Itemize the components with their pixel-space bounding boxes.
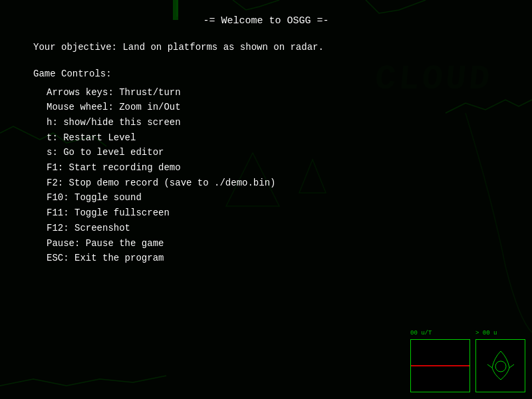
- control-item: Pause: Pause the game: [47, 237, 499, 251]
- control-item: t: Restart Level: [47, 131, 499, 146]
- help-title: -= Welcome to OSGG =-: [33, 13, 499, 29]
- control-item: s: Go to level editor: [47, 146, 499, 160]
- svg-point-4: [495, 361, 506, 372]
- control-item: Arrows keys: Thrust/turn: [47, 86, 499, 100]
- hud-mini-panel: [475, 339, 525, 392]
- hud-area: 00 u/T > 00 u: [410, 326, 525, 392]
- control-item: ESC: Exit the program: [47, 251, 499, 266]
- control-item: F11: Toggle fullscreen: [47, 206, 499, 221]
- help-controls-header: Game Controls:: [33, 67, 499, 82]
- help-controls-list: Arrows keys: Thrust/turnMouse wheel: Zoo…: [33, 86, 499, 266]
- help-objective: Your objective: Land on platforms as sho…: [33, 41, 499, 55]
- hud-mini-inner: [476, 340, 525, 392]
- svg-line-5: [487, 364, 492, 368]
- mini-label: > 00 u: [475, 330, 497, 336]
- ship-icon: [484, 348, 517, 384]
- help-panel: -= Welcome to OSGG =- Your objective: La…: [33, 13, 499, 267]
- radar-red-line: [411, 365, 469, 366]
- control-item: F12: Screenshot: [47, 221, 499, 236]
- control-item: F2: Stop demo record (save to ./demo.bin…: [47, 176, 499, 191]
- control-item: h: show/hide this screen: [47, 116, 499, 130]
- control-item: F1: Start recording demo: [47, 161, 499, 176]
- hud-radar-panel: [410, 339, 470, 392]
- control-item: Mouse wheel: Zoom in/Out: [47, 100, 499, 115]
- radar-label: 00 u/T: [410, 330, 432, 336]
- svg-line-6: [509, 364, 514, 368]
- hud-radar-inner: [411, 340, 469, 392]
- control-item: F10: Toggle sound: [47, 191, 499, 205]
